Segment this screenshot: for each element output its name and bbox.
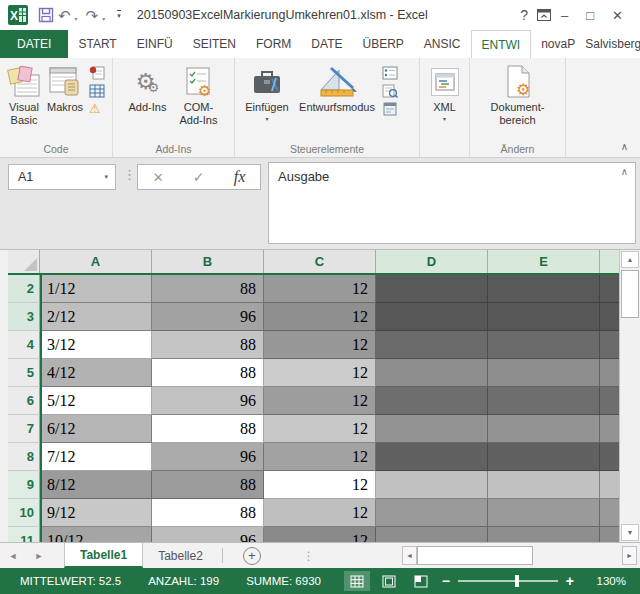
cell[interactable]: 12 <box>264 443 376 471</box>
entwurfsmodus-button[interactable]: Entwurfsmodus <box>295 61 379 116</box>
cell[interactable]: 12 <box>264 471 376 499</box>
tab-form[interactable]: FORM <box>246 30 301 58</box>
row-header-6[interactable]: 6 <box>8 387 40 415</box>
tab-ansic[interactable]: ANSIC <box>414 30 471 58</box>
customize-qat-icon[interactable]: ▾ <box>117 10 121 20</box>
row-header-3[interactable]: 3 <box>8 303 40 331</box>
cell[interactable]: 4/12 <box>40 359 152 387</box>
collapse-ribbon-icon[interactable]: ∧ <box>621 141 628 152</box>
cell[interactable]: 88 <box>152 471 264 499</box>
tab-novap[interactable]: novaP <box>531 30 585 58</box>
collapse-formula-bar-icon[interactable]: ∧ <box>621 166 628 177</box>
tab-entwi[interactable]: ENTWI <box>471 30 532 58</box>
cancel-icon[interactable]: ✕ <box>153 170 164 185</box>
cell[interactable]: 12 <box>264 303 376 331</box>
cell[interactable] <box>376 443 488 471</box>
column-header-D[interactable]: D <box>376 250 488 273</box>
normal-view-button[interactable] <box>344 571 370 591</box>
cell[interactable] <box>376 303 488 331</box>
ribbon-display-options-icon[interactable] <box>536 8 552 22</box>
column-header-E[interactable]: E <box>488 250 600 273</box>
zoom-slider[interactable] <box>458 580 558 582</box>
cell[interactable] <box>488 471 600 499</box>
row-header-8[interactable]: 8 <box>8 443 40 471</box>
cell[interactable]: 96 <box>152 303 264 331</box>
row-header-4[interactable]: 4 <box>8 331 40 359</box>
cell[interactable]: 12 <box>264 331 376 359</box>
close-button[interactable]: ✕ <box>603 6 632 25</box>
scroll-up-icon[interactable]: ▲ <box>621 251 639 268</box>
scroll-down-icon[interactable]: ▼ <box>621 524 639 541</box>
cell[interactable] <box>376 387 488 415</box>
undo-dropdown-icon[interactable]: ▾ <box>75 15 78 22</box>
row-header-11[interactable]: 11 <box>8 527 40 542</box>
cell[interactable]: 88 <box>152 331 264 359</box>
cell[interactable] <box>488 275 600 303</box>
com-addins-button[interactable]: ⚙ COM-Add-Ins <box>173 61 225 129</box>
sheet-tab-tabelle2[interactable]: Tabelle2 <box>143 543 218 568</box>
account-area[interactable]: Salvisberg... ▾ <box>585 30 640 58</box>
cell[interactable]: 12 <box>264 359 376 387</box>
tab-einfü[interactable]: EINFÜ <box>127 30 183 58</box>
cell[interactable]: 88 <box>152 359 264 387</box>
maximize-button[interactable]: □ <box>577 6 603 25</box>
zoom-in-icon[interactable]: + <box>558 573 582 589</box>
cell[interactable]: 96 <box>152 443 264 471</box>
cell[interactable]: 88 <box>152 275 264 303</box>
undo-icon[interactable]: ↶ <box>56 8 73 23</box>
add-sheet-button[interactable]: + <box>243 547 261 565</box>
tab-überp[interactable]: ÜBERP <box>352 30 413 58</box>
sheet-nav-left-icon[interactable]: ◄ <box>0 543 26 568</box>
cell[interactable] <box>488 303 600 331</box>
row-header-5[interactable]: 5 <box>8 359 40 387</box>
tab-splitter-handle[interactable]: ⋮ <box>303 549 315 563</box>
cell[interactable]: 12 <box>264 415 376 443</box>
cell[interactable] <box>376 331 488 359</box>
cell[interactable]: 12 <box>264 275 376 303</box>
select-all-button[interactable] <box>8 250 40 273</box>
cell[interactable]: 12 <box>264 499 376 527</box>
cell[interactable]: 5/12 <box>40 387 152 415</box>
cell[interactable] <box>376 471 488 499</box>
cell[interactable]: 1/12 <box>40 275 152 303</box>
cell[interactable] <box>488 387 600 415</box>
redo-dropdown-icon[interactable]: ▾ <box>102 15 105 22</box>
xml-button[interactable]: XML ▾ <box>428 61 462 125</box>
formula-bar-drag-handle[interactable]: ⋮ <box>123 167 136 182</box>
vertical-scroll-thumb[interactable] <box>621 270 639 318</box>
dokumentbereich-button[interactable]: ⚙ Dokument-bereich <box>484 61 552 129</box>
page-layout-view-button[interactable] <box>376 571 402 591</box>
column-header-C[interactable]: C <box>264 250 376 273</box>
cell[interactable]: 96 <box>152 527 264 542</box>
record-macro-icon[interactable] <box>89 66 105 80</box>
cell[interactable]: 8/12 <box>40 471 152 499</box>
zoom-slider-thumb[interactable] <box>515 575 519 587</box>
cell[interactable] <box>488 415 600 443</box>
zoom-out-icon[interactable]: − <box>434 573 458 589</box>
cell[interactable] <box>376 359 488 387</box>
row-header-7[interactable]: 7 <box>8 415 40 443</box>
page-break-view-button[interactable] <box>408 571 434 591</box>
macro-security-icon[interactable]: ⚠ <box>89 102 105 115</box>
cell[interactable] <box>376 415 488 443</box>
help-icon[interactable]: ? <box>512 5 536 25</box>
row-header-9[interactable]: 9 <box>8 471 40 499</box>
cell[interactable]: 9/12 <box>40 499 152 527</box>
save-icon[interactable] <box>38 7 54 23</box>
einfuegen-button[interactable]: Einfügen ▾ <box>239 61 295 125</box>
minimize-button[interactable]: – <box>552 6 577 25</box>
cell[interactable] <box>376 527 488 542</box>
cell[interactable]: 12 <box>264 387 376 415</box>
cell[interactable]: 3/12 <box>40 331 152 359</box>
sheet-nav-right-icon[interactable]: ► <box>26 543 52 568</box>
formula-input[interactable]: Ausgabe <box>268 162 636 244</box>
cell[interactable]: 88 <box>152 499 264 527</box>
cell[interactable]: 10/12 <box>40 527 152 542</box>
view-code-icon[interactable] <box>382 84 398 98</box>
tab-datei[interactable]: DATEI <box>0 30 68 58</box>
cell[interactable] <box>376 499 488 527</box>
row-header-2[interactable]: 2 <box>8 275 40 303</box>
cell[interactable] <box>488 527 600 542</box>
horizontal-scrollbar[interactable]: ◄ ► <box>402 546 637 565</box>
column-header-A[interactable]: A <box>40 250 152 273</box>
